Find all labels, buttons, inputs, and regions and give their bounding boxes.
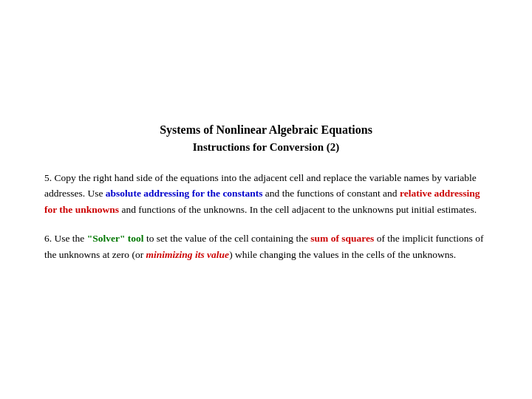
p6-solver: "Solver" tool <box>87 233 144 244</box>
page-title: Systems of Nonlinear Algebraic Equations <box>44 123 488 137</box>
p6-minimizing: minimizing its value <box>146 249 230 260</box>
p5-bold-blue: absolute addressing for the constants <box>106 188 263 199</box>
paragraph-6: 6. Use the "Solver" tool to set the valu… <box>44 231 488 262</box>
page-container: Systems of Nonlinear Algebraic Equations… <box>15 101 517 299</box>
page-subtitle: Instructions for Conversion (2) <box>44 141 488 154</box>
paragraph-5: 5. Copy the right hand side of the equat… <box>44 170 488 218</box>
p5-suffix: and functions of the unknowns. In the ce… <box>119 204 477 215</box>
p6-middle1: to set the value of the cell containing … <box>144 233 311 244</box>
p6-sum: sum of squares <box>310 233 374 244</box>
p5-middle: and the functions of constant and <box>262 188 400 199</box>
p6-suffix: ) while changing the values in the cells… <box>229 249 456 260</box>
p6-prefix: 6. Use the <box>44 233 87 244</box>
